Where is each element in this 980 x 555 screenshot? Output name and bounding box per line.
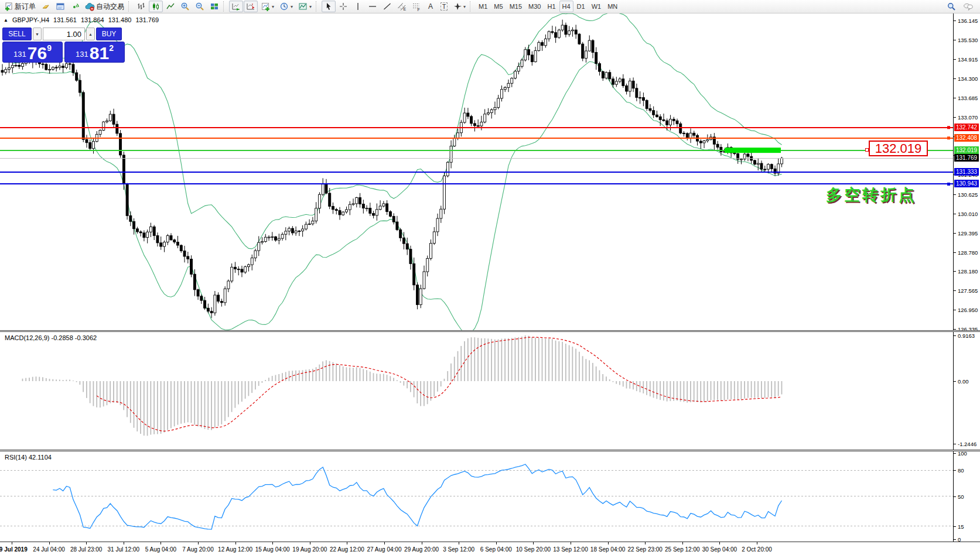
- bar-chart-button[interactable]: [134, 1, 148, 12]
- candle-body: [163, 242, 165, 246]
- macd-histogram-bar: [25, 378, 26, 381]
- hline-handle[interactable]: [947, 136, 950, 139]
- axis-tick: [954, 496, 956, 497]
- search-button[interactable]: [944, 1, 958, 12]
- candle-body: [517, 66, 520, 71]
- macd-histogram-bar: [339, 365, 340, 381]
- macd-histogram-bar: [433, 381, 435, 396]
- collapse-icon[interactable]: ▲: [4, 18, 8, 23]
- timeframe-W1[interactable]: W1: [589, 1, 605, 12]
- text-label-tool-button[interactable]: T: [438, 1, 450, 12]
- macd-histogram-bar: [184, 381, 185, 423]
- macd-histogram-bar: [397, 380, 398, 381]
- timeframe-MN[interactable]: MN: [605, 1, 620, 12]
- macd-histogram-bar: [366, 370, 367, 381]
- volume-decrease-button[interactable]: ▼: [33, 28, 42, 40]
- timeframe-D1[interactable]: D1: [574, 1, 588, 12]
- trendline-tool-button[interactable]: [380, 1, 394, 12]
- macd-histogram-bar: [747, 381, 749, 398]
- time-label: 30 Sep 04:00: [702, 546, 737, 553]
- macd-histogram-bar: [629, 381, 630, 389]
- new-order-button[interactable]: 新订单: [2, 1, 38, 12]
- zoom-out-button[interactable]: [193, 1, 207, 12]
- macd-histogram-bar: [528, 336, 530, 382]
- sell-button[interactable]: SELL: [2, 28, 32, 40]
- hline-handle[interactable]: [947, 126, 950, 129]
- tile-windows-button[interactable]: [207, 1, 221, 12]
- templates-button[interactable]: ▾: [296, 1, 314, 12]
- candle-body: [217, 295, 220, 302]
- timeframe-M1[interactable]: M1: [476, 1, 490, 12]
- volume-increase-button[interactable]: ▲: [86, 28, 95, 40]
- pane-separator[interactable]: [0, 330, 980, 332]
- timeframe-H1[interactable]: H1: [544, 1, 558, 12]
- time-label: 31 Jul 12:00: [108, 546, 140, 553]
- journal-button[interactable]: [39, 1, 53, 12]
- annotation-text[interactable]: 多空转折点: [826, 184, 917, 205]
- main-price-chart[interactable]: [0, 13, 953, 330]
- buy-button[interactable]: BUY: [96, 28, 122, 40]
- timeframe-M30[interactable]: M30: [525, 1, 544, 12]
- time-tick: [49, 542, 50, 544]
- candle-body: [396, 222, 398, 229]
- macd-histogram-bar: [525, 335, 526, 381]
- candle-body: [605, 73, 607, 78]
- candle-body: [153, 227, 155, 235]
- price-tick-label: 129.395: [958, 230, 978, 237]
- macd-histogram-bar: [177, 381, 179, 425]
- cursor-tool-button[interactable]: [322, 1, 336, 12]
- macd-histogram-bar: [579, 352, 580, 381]
- macd-histogram-bar: [29, 378, 30, 381]
- volume-input[interactable]: [43, 28, 85, 40]
- price-axis[interactable]: 136.145135.530134.915134.300133.685133.0…: [953, 13, 980, 542]
- timeframe-M15[interactable]: M15: [507, 1, 525, 12]
- price-callout[interactable]: 132.019: [869, 141, 928, 156]
- text-tool-button[interactable]: A: [424, 1, 437, 12]
- arrows-tool-button[interactable]: ▾: [451, 1, 468, 12]
- candle-body: [288, 228, 291, 231]
- auto-trading-button[interactable]: 自动交易: [83, 1, 127, 12]
- highlight-zone[interactable]: [725, 148, 781, 153]
- market-watch-button[interactable]: [53, 1, 67, 12]
- rsi-indicator-chart[interactable]: [0, 451, 953, 542]
- sell-price-tile[interactable]: 131 76 9: [2, 42, 63, 63]
- zoom-in-button[interactable]: [178, 1, 192, 12]
- pane-separator[interactable]: [0, 450, 980, 451]
- candle-body: [220, 302, 223, 303]
- line-chart-button[interactable]: [163, 1, 177, 12]
- ohlc-header: ▲ GBPJPY-,H4 131.561 131.864 131.480 131…: [4, 16, 159, 23]
- crosshair-tool-button[interactable]: [336, 1, 350, 12]
- buy-price-tile[interactable]: 131 81 2: [64, 42, 125, 63]
- fibonacci-tool-button[interactable]: F: [409, 1, 424, 12]
- vertical-line-tool-button[interactable]: [351, 1, 365, 12]
- auto-trading-icon: [85, 2, 95, 11]
- price-tick-label: 135.530: [958, 37, 978, 43]
- macd-histogram-bar: [680, 381, 681, 402]
- macd-histogram-bar: [42, 377, 43, 381]
- signals-button[interactable]: [68, 1, 82, 12]
- macd-histogram-bar: [262, 381, 263, 383]
- horizontal-line-tool-button[interactable]: [366, 1, 380, 12]
- time-axis[interactable]: 19 Jul 201924 Jul 04:0028 Jul 23:0031 Ju…: [0, 542, 980, 555]
- periods-button[interactable]: ▾: [277, 1, 295, 12]
- equidistant-channel-tool-button[interactable]: E: [395, 1, 409, 12]
- macd-indicator-chart[interactable]: [0, 332, 953, 450]
- candle-body: [599, 64, 601, 72]
- indicators-button[interactable]: ▾: [258, 1, 276, 12]
- hline-handle[interactable]: [947, 183, 950, 186]
- macd-histogram-bar: [565, 344, 566, 381]
- candle-body: [346, 210, 348, 212]
- chart-shift-button[interactable]: [244, 1, 258, 12]
- timeframe-M5[interactable]: M5: [491, 1, 506, 12]
- timeframe-H4[interactable]: H4: [559, 1, 573, 12]
- macd-histogram-bar: [299, 371, 300, 381]
- price-tick-label: 127.565: [958, 287, 978, 294]
- chat-button[interactable]: [961, 1, 976, 12]
- hline-handle[interactable]: [865, 148, 869, 152]
- macd-histogram-bar: [157, 381, 158, 434]
- macd-histogram-bar: [153, 381, 155, 434]
- macd-histogram-bar: [360, 368, 361, 382]
- auto-scroll-button[interactable]: [229, 1, 243, 12]
- time-label: 13 Sep 12:00: [553, 546, 588, 553]
- candlestick-chart-button[interactable]: [149, 1, 163, 12]
